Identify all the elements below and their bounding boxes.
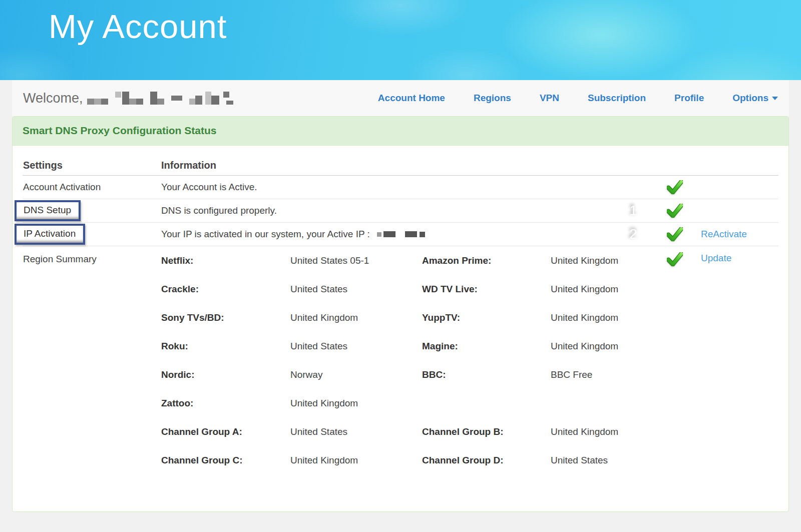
step-badge-1: 1 [622,197,649,224]
table-row-ip-activation: IP Activation Your IP is activated in ou… [23,223,778,246]
page-title: My Account [0,0,801,46]
annotation-box-ip-activation: IP Activation [15,224,85,245]
region-row: Nordic: Norway BBC: BBC Free [161,360,656,389]
service-region: United States [290,341,422,352]
service-label: Amazon Prime: [422,255,551,266]
setting-label: IP Activation [24,228,76,239]
service-label: Nordic: [161,369,290,380]
caret-down-icon [772,97,778,100]
table-row-region-summary: Region Summary Netflix: United States 05… [23,246,778,474]
service-region: United States [290,426,422,437]
service-label: Channel Group A: [161,426,290,437]
setting-label: DNS Setup [24,205,71,215]
service-region: United Kingdom [551,426,656,437]
service-region: United States [290,284,422,295]
table-row-account-activation: Account Activation Your Account is Activ… [23,176,778,199]
nav-vpn[interactable]: VPN [540,93,559,104]
service-label: Roku: [161,341,290,352]
col-header-information: Information [161,160,656,171]
service-region: United Kingdom [551,284,656,295]
region-row: Crackle: United States WD TV Live: Unite… [161,275,656,303]
service-region: BBC Free [551,369,656,380]
table-header-row: Settings Information [23,156,778,176]
reactivate-link[interactable]: ReActivate [701,229,747,239]
welcome-message: Welcome, [23,91,233,106]
check-icon [667,252,683,266]
service-label: Channel Group D: [422,455,551,466]
redacted-ip-address [377,230,427,239]
service-region: United States [551,455,656,466]
annotation-box-dns-setup: DNS Setup [15,200,81,221]
service-region: United Kingdom [290,398,422,409]
region-row: Sony TVs/BD: United Kingdom YuppTV: Unit… [161,303,656,332]
banner: My Account [0,0,801,80]
nav-account-home[interactable]: Account Home [378,93,445,104]
setting-info: Your IP is activated in our system, your… [161,229,370,240]
setting-label: Region Summary [23,246,161,265]
service-label: Sony TVs/BD: [161,312,290,323]
service-label: Crackle: [161,284,290,295]
check-icon [667,227,683,241]
service-label: Channel Group B: [422,426,551,437]
service-label: Magine: [422,341,551,352]
service-label: Channel Group C: [161,455,290,466]
update-link[interactable]: Update [701,253,731,263]
service-region: United Kingdom [290,312,422,323]
service-label: YuppTV: [422,312,551,323]
service-region: United Kingdom [551,312,656,323]
service-region: United Kingdom [551,341,656,352]
service-region: Norway [290,369,422,380]
panel-body: Settings Information Account Activation … [13,146,788,511]
col-header-settings: Settings [23,160,161,171]
service-region: United States 05-1 [290,255,422,266]
service-region: United Kingdom [290,455,422,466]
config-status-panel: Smart DNS Proxy Configuration Status Set… [12,116,789,512]
service-region: United Kingdom [551,255,656,266]
setting-label: Account Activation [23,182,161,193]
region-row: Channel Group C: United Kingdom Channel … [161,446,656,474]
setting-info: DNS is configured properly. [161,205,656,216]
region-row: Roku: United States Magine: United Kingd… [161,332,656,360]
nav-subscription[interactable]: Subscription [588,93,646,104]
service-label: BBC: [422,369,551,380]
service-label: WD TV Live: [422,284,551,295]
region-row: Channel Group A: United States Channel G… [161,417,656,446]
welcome-label: Welcome, [23,91,83,106]
nav-regions[interactable]: Regions [474,93,511,104]
step-badge-2: 2 [622,221,649,248]
table-row-dns-setup: DNS Setup DNS is configured properly. 1 [23,199,778,223]
check-icon [667,180,683,194]
nav-profile[interactable]: Profile [674,93,704,104]
topbar: Welcome, Account Home [0,80,801,116]
main-nav: Account Home Regions VPN Subscription Pr… [349,93,778,104]
region-row: Netflix: United States 05-1 Amazon Prime… [161,246,656,275]
check-icon [667,204,683,218]
service-label: Zattoo: [161,398,290,409]
setting-info: Your Account is Active. [161,182,656,193]
panel-title: Smart DNS Proxy Configuration Status [23,125,216,136]
service-label: Netflix: [161,255,290,266]
redacted-username [87,91,233,106]
region-row: Zattoo: United Kingdom [161,389,656,417]
nav-options[interactable]: Options [732,93,778,104]
panel-heading: Smart DNS Proxy Configuration Status [13,117,788,146]
